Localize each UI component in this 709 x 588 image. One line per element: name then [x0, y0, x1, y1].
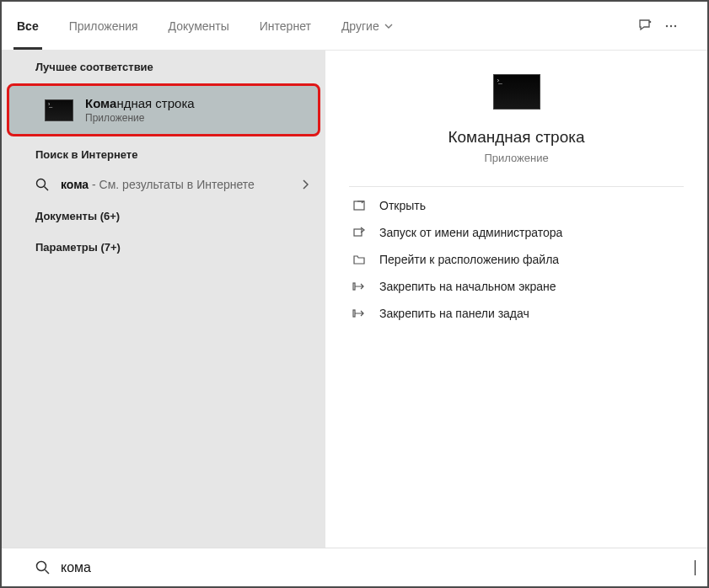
result-command-prompt[interactable]: Командная строка Приложение — [7, 83, 320, 136]
open-icon — [349, 199, 369, 212]
section-web: Поиск в Интернете — [2, 138, 325, 169]
tab-more[interactable]: Другие — [326, 2, 408, 50]
pin-icon — [349, 307, 369, 320]
search-input[interactable] — [61, 560, 696, 575]
action-label: Перейти к расположению файла — [379, 253, 559, 266]
svg-rect-7 — [354, 229, 362, 236]
tab-label: Другие — [341, 19, 379, 33]
svg-point-0 — [649, 20, 652, 23]
action-label: Открыть — [379, 199, 426, 212]
section-best-match: Лучшее соответствие — [2, 51, 325, 82]
tab-label: Все — [17, 19, 39, 33]
section-settings[interactable]: Параметры (7+) — [2, 231, 325, 262]
pin-icon — [349, 280, 369, 293]
tab-docs[interactable]: Документы — [153, 2, 244, 50]
svg-point-1 — [666, 24, 668, 26]
svg-line-5 — [45, 187, 49, 191]
svg-point-3 — [674, 24, 676, 26]
preview-subtitle: Приложение — [484, 152, 548, 164]
search-icon — [35, 560, 51, 575]
preview-title: Командная строка — [448, 128, 584, 147]
feedback-icon[interactable] — [633, 18, 658, 35]
divider — [349, 186, 684, 187]
web-search-row[interactable]: кома - См. результаты в Интернете — [2, 169, 325, 200]
section-documents[interactable]: Документы (6+) — [2, 200, 325, 231]
action-label: Закрепить на начальном экране — [379, 280, 556, 293]
result-subtitle: Приложение — [85, 112, 195, 124]
chevron-right-icon — [302, 179, 309, 190]
admin-icon — [349, 226, 369, 239]
more-icon[interactable] — [658, 19, 684, 34]
tab-label: Документы — [169, 19, 229, 33]
action-label: Закрепить на панели задач — [379, 307, 529, 320]
action-run-admin[interactable]: Запуск от имени администратора — [341, 219, 692, 246]
action-open[interactable]: Открыть — [341, 192, 692, 219]
tabs-bar: Все Приложения Документы Интернет Другие — [2, 2, 707, 51]
tab-label: Интернет — [260, 19, 311, 33]
text-caret — [695, 560, 696, 575]
svg-point-10 — [37, 561, 46, 570]
search-icon — [35, 178, 49, 191]
preview-panel: Командная строка Приложение Открыть Запу… — [325, 51, 707, 548]
chevron-down-icon — [384, 24, 393, 29]
result-title: Командная строка — [85, 96, 195, 110]
action-open-location[interactable]: Перейти к расположению файла — [341, 246, 692, 273]
action-label: Запуск от имени администратора — [379, 226, 562, 239]
cmd-icon — [493, 74, 540, 110]
cmd-icon — [45, 99, 73, 121]
svg-rect-9 — [353, 310, 355, 317]
action-pin-start[interactable]: Закрепить на начальном экране — [341, 273, 692, 300]
svg-rect-8 — [353, 283, 355, 290]
tabs: Все Приложения Документы Интернет Другие — [2, 2, 408, 50]
result-text: Командная строка Приложение — [85, 96, 195, 124]
tab-web[interactable]: Интернет — [244, 2, 326, 50]
tab-apps[interactable]: Приложения — [54, 2, 153, 50]
svg-point-2 — [670, 24, 672, 26]
svg-line-11 — [46, 569, 50, 574]
results-panel: Лучшее соответствие Командная строка При… — [2, 51, 325, 548]
tab-all[interactable]: Все — [2, 2, 54, 50]
svg-point-4 — [37, 179, 46, 188]
folder-icon — [349, 253, 369, 266]
tab-label: Приложения — [69, 19, 138, 33]
web-search-text: кома - См. результаты в Интернете — [61, 178, 302, 191]
action-pin-taskbar[interactable]: Закрепить на панели задач — [341, 300, 692, 327]
actions-list: Открыть Запуск от имени администратора П… — [325, 192, 707, 327]
search-bar — [2, 548, 707, 586]
